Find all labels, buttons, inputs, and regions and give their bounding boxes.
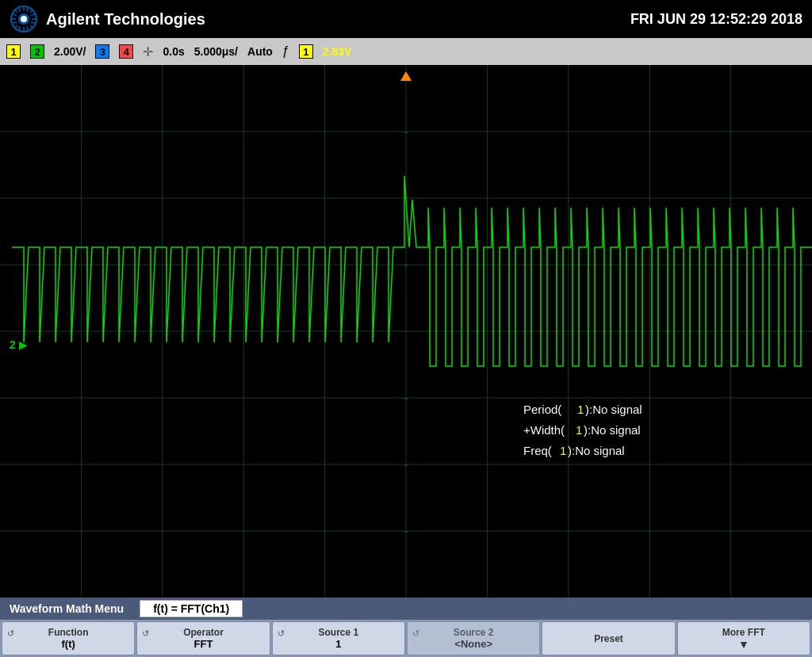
source2-button[interactable]: ↺ Source 2 <None> — [407, 621, 540, 655]
meas-width-label: +Width( — [523, 423, 565, 437]
function-button[interactable]: ↺ Function f(t) — [2, 621, 135, 655]
source1-value: 1 — [335, 638, 341, 650]
company-name: Agilent Technologies — [46, 10, 205, 29]
operator-value: FFT — [194, 638, 213, 650]
svg-rect-36 — [404, 132, 408, 133]
svg-text:▶: ▶ — [19, 338, 28, 351]
time-offset: 0.0s — [163, 45, 184, 58]
ch4-badge[interactable]: 4 — [119, 44, 133, 59]
svg-rect-38 — [404, 265, 408, 266]
status-bar: 1 2 2.00V/ 3 4 ✛ 0.0s 5.000μs/ Auto ƒ 1 … — [0, 38, 812, 65]
source2-label: Source 2 — [454, 627, 494, 638]
time-scale: 5.000μs/ — [194, 45, 238, 58]
meas-period-value: ):No signal — [585, 403, 642, 416]
meas-width-value: ):No signal — [584, 423, 641, 437]
preset-button[interactable]: Preset — [542, 621, 675, 655]
meas-freq-value: ):No signal — [568, 444, 625, 457]
trigger-mode: Auto — [247, 45, 273, 58]
meas-width-ch: 1 — [576, 423, 582, 437]
operator-label: Operator — [183, 627, 224, 638]
operator-icon: ↺ — [142, 628, 149, 639]
svg-line-13 — [31, 14, 35, 15]
more-fft-button[interactable]: More FFT ▼ — [677, 621, 810, 655]
svg-line-11 — [13, 14, 17, 15]
svg-rect-39 — [404, 398, 408, 399]
svg-line-14 — [31, 22, 35, 23]
menu-buttons: ↺ Function f(t) ↺ Operator FFT ↺ Source … — [0, 620, 812, 657]
operator-button[interactable]: ↺ Operator FFT — [136, 621, 270, 655]
function-icon: ↺ — [7, 628, 14, 639]
meas-freq-ch: 1 — [560, 444, 566, 457]
source1-button[interactable]: ↺ Source 1 1 — [272, 621, 405, 655]
svg-line-15 — [19, 26, 20, 30]
svg-line-9 — [19, 8, 20, 12]
ch2-scale: 2.00V/ — [54, 45, 86, 58]
function-value: f(t) — [62, 638, 75, 650]
svg-line-16 — [27, 26, 28, 30]
svg-line-10 — [27, 8, 28, 12]
ch1-voltage: 2.83V — [323, 45, 352, 58]
agilent-logo — [10, 5, 38, 33]
meas-period-ch: 1 — [577, 403, 584, 416]
source2-value: <None> — [454, 638, 492, 650]
ch2-scope-label: 2 — [10, 338, 16, 351]
menu-title: Waveform Math Menu f(t) = FFT(Ch1) — [0, 598, 812, 620]
svg-rect-40 — [404, 464, 408, 466]
grid-canvas: 2 ▶ Period( 1 ):No signal +Width( 1 ):No… — [0, 65, 812, 598]
header: Agilent Technologies FRI JUN 29 12:52:29… — [0, 0, 812, 38]
crosshair-icon: ✛ — [143, 44, 153, 59]
menu-bar: Waveform Math Menu f(t) = FFT(Ch1) ↺ Fun… — [0, 598, 812, 657]
datetime: FRI JUN 29 12:52:29 2018 — [630, 11, 802, 28]
ch2-badge[interactable]: 2 — [30, 44, 44, 59]
menu-title-text: Waveform Math Menu — [10, 602, 124, 615]
source1-icon: ↺ — [278, 628, 285, 639]
menu-formula: f(t) = FFT(Ch1) — [140, 600, 243, 617]
svg-rect-41 — [404, 531, 408, 533]
ch1-badge[interactable]: 1 — [6, 44, 21, 59]
ch1-trigger-badge: 1 — [299, 44, 313, 59]
meas-freq-label: Freq( — [523, 444, 552, 457]
svg-point-18 — [21, 16, 27, 22]
meas-period-label: Period( — [523, 403, 561, 416]
more-fft-arrow: ▼ — [738, 638, 749, 651]
header-left: Agilent Technologies — [10, 5, 205, 33]
more-fft-label: More FFT — [722, 627, 765, 638]
source2-icon: ↺ — [412, 628, 419, 639]
function-label: Function — [48, 627, 89, 638]
ch3-badge[interactable]: 3 — [95, 44, 109, 59]
trigger-edge-icon: ƒ — [282, 44, 289, 59]
source1-label: Source 1 — [318, 627, 358, 638]
preset-label: Preset — [594, 633, 623, 644]
scope-display: 2 ▶ Period( 1 ):No signal +Width( 1 ):No… — [0, 65, 812, 598]
svg-line-12 — [13, 22, 17, 23]
